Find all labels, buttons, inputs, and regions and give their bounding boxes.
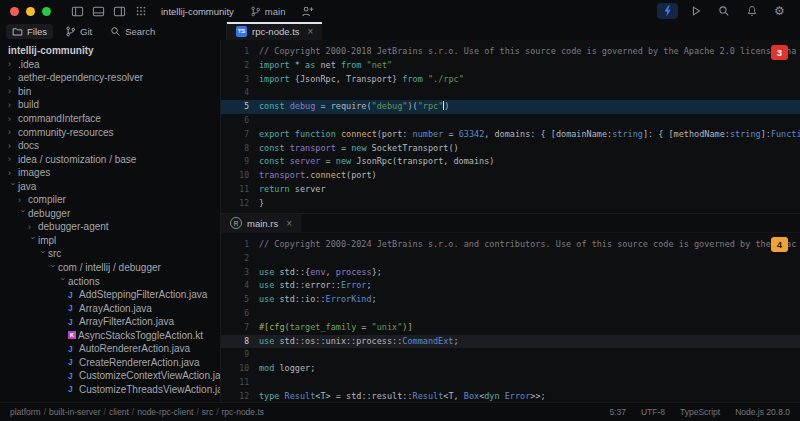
breadcrumb-item[interactable]: node-rpc-client	[137, 407, 193, 417]
code-line[interactable]: 5use std::io::ErrorKind;	[221, 293, 800, 307]
code-line[interactable]: 10mod logger;	[221, 362, 800, 376]
code-line[interactable]: 4use std::error::Error;	[221, 279, 800, 293]
breadcrumb-item[interactable]: client	[109, 407, 129, 417]
breadcrumb-item[interactable]: built-in-server	[49, 407, 101, 417]
ai-assistant-icon[interactable]	[657, 3, 678, 19]
editor-tab-main-rs[interactable]: R main.rs ×	[221, 214, 301, 232]
tree-item[interactable]: ›bin	[0, 85, 220, 99]
line-number[interactable]: 2	[221, 59, 259, 73]
tree-item[interactable]: ›compiler	[0, 193, 220, 207]
tree-root[interactable]: intellij-community	[0, 44, 220, 58]
code-line[interactable]: 3import {JsonRpc, Transport} from "./rpc…	[221, 73, 800, 87]
code-line[interactable]: 11 return server	[221, 183, 800, 197]
code-line[interactable]: 5const debug = require("debug")("rpc")	[221, 100, 800, 114]
toggle-left-panel-icon[interactable]	[67, 3, 88, 19]
line-number[interactable]: 11	[221, 376, 259, 390]
tree-item[interactable]: ›impl	[0, 234, 220, 248]
status-runtime-version[interactable]: Node.js 20.8.0	[735, 407, 790, 417]
tree-item[interactable]: ›.idea	[0, 58, 220, 72]
close-tab-icon[interactable]: ×	[308, 26, 314, 37]
line-number[interactable]: 10	[221, 169, 259, 183]
line-number[interactable]: 6	[221, 114, 259, 128]
code-line[interactable]: 6	[221, 307, 800, 321]
breadcrumb-item[interactable]: src	[202, 407, 213, 417]
line-number[interactable]: 5	[221, 100, 259, 114]
code-line[interactable]: 4	[221, 86, 800, 100]
tree-item[interactable]: JAddSteppingFilterAction.java	[0, 288, 220, 302]
line-number[interactable]: 7	[221, 321, 259, 335]
toggle-bottom-panel-icon[interactable]	[88, 3, 109, 19]
code-line[interactable]: 7export function connect(port: number = …	[221, 128, 800, 142]
code-line[interactable]: 9	[221, 348, 800, 362]
window-close-button[interactable]	[10, 7, 19, 16]
tree-item[interactable]: ›commandInterface	[0, 112, 220, 126]
tree-item[interactable]: ›com / intellij / debugger	[0, 261, 220, 275]
status-cursor-position[interactable]: 5:37	[609, 407, 626, 417]
line-number[interactable]: 1	[221, 238, 259, 252]
status-language[interactable]: TypeScript	[680, 407, 720, 417]
status-encoding[interactable]: UTF-8	[641, 407, 665, 417]
tree-item[interactable]: ›images	[0, 166, 220, 180]
code-line[interactable]: 6	[221, 114, 800, 128]
code-line[interactable]: 9 const server = new JsonRpc(transport, …	[221, 155, 800, 169]
code-with-me-icon[interactable]	[297, 3, 318, 19]
sidebar-tab-search[interactable]: Search	[104, 24, 161, 39]
sidebar-tab-git[interactable]: Git	[59, 24, 98, 39]
window-minimize-button[interactable]	[26, 7, 35, 16]
line-number[interactable]: 10	[221, 362, 259, 376]
code-line[interactable]: 1// Copyright 2000-2024 JetBrains s.r.o.…	[221, 238, 800, 252]
line-number[interactable]: 1	[221, 45, 259, 59]
line-number[interactable]: 7	[221, 128, 259, 142]
notifications-bell-icon[interactable]	[741, 3, 762, 19]
line-number[interactable]: 2	[221, 252, 259, 266]
code-line[interactable]: 3use std::{env, process};	[221, 266, 800, 280]
tree-item[interactable]: ›build	[0, 98, 220, 112]
tree-item[interactable]: JCustomizeThreadsViewAction.java	[0, 383, 220, 397]
git-branch-widget[interactable]: main	[250, 6, 286, 17]
breadcrumb-item[interactable]: rpc-node.ts	[222, 407, 265, 417]
line-number[interactable]: 8	[221, 142, 259, 156]
line-number[interactable]: 9	[221, 155, 259, 169]
tree-item[interactable]: ›actions	[0, 274, 220, 288]
line-number[interactable]: 9	[221, 348, 259, 362]
line-number[interactable]: 11	[221, 183, 259, 197]
line-number[interactable]: 3	[221, 266, 259, 280]
code-line[interactable]: 8 const transport = new SocketTransport(…	[221, 142, 800, 156]
line-number[interactable]: 3	[221, 73, 259, 87]
line-number[interactable]: 5	[221, 293, 259, 307]
window-zoom-button[interactable]	[42, 7, 51, 16]
code-line[interactable]: 8use std::os::unix::process::CommandExt;	[221, 335, 800, 349]
tree-item[interactable]: ›docs	[0, 139, 220, 153]
tree-item[interactable]: JAutoRendererAction.java	[0, 342, 220, 356]
code-line[interactable]: 10 transport.connect(port)	[221, 169, 800, 183]
code-line[interactable]: 11	[221, 376, 800, 390]
sidebar-tab-files[interactable]: Files	[6, 24, 53, 39]
tree-item[interactable]: JCreateRendererAction.java	[0, 356, 220, 370]
run-icon[interactable]	[685, 3, 706, 19]
code-line[interactable]: 12}	[221, 197, 800, 211]
code-line[interactable]: 1// Copyright 2000-2018 JetBrains s.r.o.…	[221, 45, 800, 59]
tree-item[interactable]: ›src	[0, 247, 220, 261]
line-number[interactable]: 12	[221, 197, 259, 211]
breadcrumb-item[interactable]: platform	[10, 407, 41, 417]
tool-windows-grid-icon[interactable]	[130, 3, 151, 19]
toggle-right-panel-icon[interactable]	[109, 3, 130, 19]
search-everywhere-icon[interactable]	[713, 3, 734, 19]
code-line[interactable]: 7#[cfg(target_family = "unix")]	[221, 321, 800, 335]
tree-item[interactable]: JArrayFilterAction.java	[0, 315, 220, 329]
tree-item[interactable]: JArrayAction.java	[0, 301, 220, 315]
line-number[interactable]: 4	[221, 279, 259, 293]
tree-item[interactable]: ›java	[0, 179, 220, 193]
tree-item[interactable]: ›aether-dependency-resolver	[0, 71, 220, 85]
tree-item[interactable]: JCustomizeContextViewAction.java	[0, 369, 220, 383]
line-number[interactable]: 8	[221, 335, 259, 349]
tree-item[interactable]: ›idea / customization / base	[0, 152, 220, 166]
tree-item[interactable]: KAsyncStacksToggleAction.kt	[0, 328, 220, 342]
tree-item[interactable]: ›debugger-agent	[0, 220, 220, 234]
code-line[interactable]: 2import * as net from "net"	[221, 59, 800, 73]
editor-tab-rpc-node-ts[interactable]: TS rpc-node.ts ×	[227, 22, 322, 40]
tree-item[interactable]: ›community-resources	[0, 125, 220, 139]
line-number[interactable]: 4	[221, 86, 259, 100]
code-line[interactable]: 2	[221, 252, 800, 266]
close-tab-icon[interactable]: ×	[286, 218, 292, 229]
